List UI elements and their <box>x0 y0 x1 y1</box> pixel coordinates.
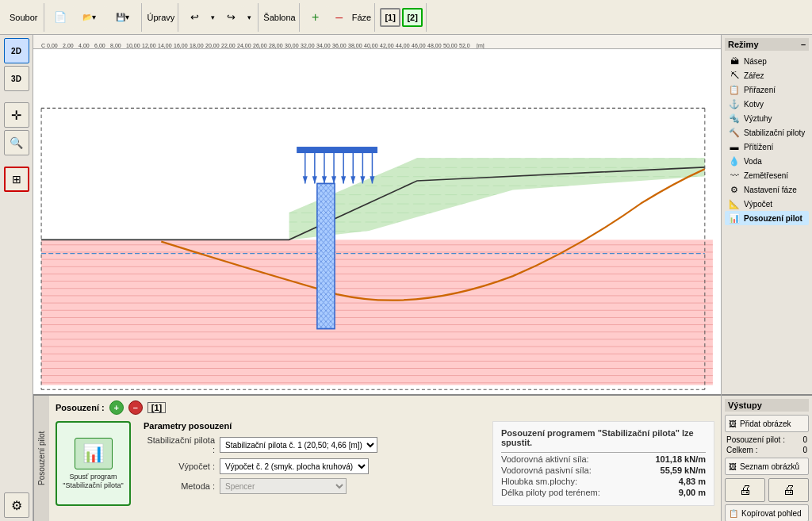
nastaveni-faze-label: Nastavení fáze <box>744 186 797 194</box>
posouzeni-pilot-label: Posouzení pilot <box>744 214 802 223</box>
right-panel: Režimy – 🏔 Násep ⛏ Zářez 📋 Přiřazení ⚓ K… <box>721 35 812 521</box>
seznam-obrazku-button[interactable]: 🖼 Seznam obrázků <box>725 458 809 475</box>
info-row-3: Délka piloty pod terénem: 9,00 m <box>501 488 706 497</box>
info-area: Posouzení programem "Stabilizační pilota… <box>492 421 714 506</box>
stab-pilota-label: Stabilizační pilota : <box>144 435 215 454</box>
add-image-label: Přidat obrázek <box>740 419 791 428</box>
rezim-zemertreseni[interactable]: 〰 Zemětřesení <box>725 168 809 182</box>
rezim-voda[interactable]: 💧 Voda <box>725 154 809 168</box>
rezim-kotvy[interactable]: ⚓ Kotvy <box>725 97 809 111</box>
sablona-label: Šablona <box>263 13 295 22</box>
kopirovat-icon: 📋 <box>729 509 738 518</box>
run-icon: 📊 <box>75 438 113 469</box>
vypocet-icon: 📐 <box>728 198 741 209</box>
posouzeni-pilot-count-val: 0 <box>802 435 807 444</box>
voda-label: Voda <box>744 157 762 166</box>
phase-group: [1] [2] <box>377 3 427 32</box>
vztuhy-icon: 🔩 <box>728 113 741 124</box>
nasep-label: Násep <box>744 57 767 66</box>
left-toolbar: 2D 3D ✛ 🔍 ⊞ ⚙ <box>0 35 33 521</box>
stab-pilota-select[interactable]: Stabilizační pilota č. 1 (20,50; 4,66 [m… <box>220 437 377 453</box>
seznam-obrazku-icon: 🖼 <box>729 462 737 471</box>
print2-button[interactable]: 🖨 <box>768 478 809 502</box>
rezim-nasep[interactable]: 🏔 Násep <box>725 54 809 68</box>
metoda-label: Metoda : <box>144 481 215 491</box>
view-2d-button[interactable]: 2D <box>4 38 29 63</box>
menu-soubor[interactable]: Soubor <box>6 13 40 22</box>
settings-button[interactable]: ⚙ <box>4 492 29 518</box>
phase2-button[interactable]: [2] <box>402 8 423 27</box>
redo-dropdown[interactable]: ▾ <box>243 6 255 29</box>
kopirovat-pohled-button[interactable]: 📋 Kopírovat pohled <box>725 504 809 521</box>
pritizeni-icon: ▬ <box>728 141 741 152</box>
prirazeni-label: Přiřazení <box>744 86 776 94</box>
posouzeni-pilot-icon: 📊 <box>728 213 741 224</box>
info-title: Posouzení programem "Stabilizační pilota… <box>501 428 706 447</box>
rezim-pritizeni[interactable]: ▬ Přítížení <box>725 140 809 154</box>
open-button[interactable]: 📂▾ <box>73 6 105 29</box>
kotvy-icon: ⚓ <box>728 98 741 109</box>
posouzeni-pilot-count-label: Posouzení pilot : <box>726 435 785 444</box>
vypocet-label: Výpočet <box>744 200 772 209</box>
undo-dropdown[interactable]: ▾ <box>207 6 218 29</box>
faze-remove-button[interactable]: – <box>328 6 350 29</box>
print-button[interactable]: 🖨 <box>725 478 765 502</box>
posouzeni-pilot-tab[interactable]: Posouzení pilot <box>33 396 49 521</box>
vztuhy-label: Výztuhy <box>744 114 772 123</box>
phase-select-button[interactable]: [1] <box>147 402 166 413</box>
rezim-zarez[interactable]: ⛏ Zářez <box>725 68 809 82</box>
edit-group: Úpravy <box>144 3 178 32</box>
rezim-prirazeni[interactable]: 📋 Přiřazení <box>725 82 809 97</box>
add-posouzeni-button[interactable]: + <box>109 400 124 415</box>
new-button[interactable]: 📄 <box>49 6 71 29</box>
select-button[interactable]: ⊞ <box>4 167 29 192</box>
kopirovat-label: Kopírovat pohled <box>741 509 802 518</box>
nastaveni-faze-icon: ⚙ <box>728 184 741 195</box>
sablona-group: Šablona <box>260 3 299 32</box>
main-toolbar: Soubor 📄 📂▾ 💾▾ Úpravy ↩ ▾ ↪ ▾ Šablona + … <box>0 0 812 35</box>
faze-add-button[interactable]: + <box>304 6 327 29</box>
rezim-nastaveni-faze[interactable]: ⚙ Nastavení fáze <box>725 182 809 197</box>
prirazeni-icon: 📋 <box>728 84 741 95</box>
canvas-area[interactable] <box>33 49 721 394</box>
redo-button[interactable]: ↪ <box>220 6 242 29</box>
rezimy-title: Režimy – <box>725 38 809 51</box>
undo-button[interactable]: ↩ <box>183 6 205 29</box>
params-title: Parametry posouzení <box>144 421 480 431</box>
zarez-icon: ⛏ <box>728 70 741 81</box>
phase1-button[interactable]: [1] <box>380 8 400 27</box>
nasep-icon: 🏔 <box>728 56 741 67</box>
pritizeni-label: Přítížení <box>744 143 773 151</box>
rezim-posouzeni-pilot[interactable]: 📊 Posouzení pilot <box>725 211 809 225</box>
faze-group: + – Fáze <box>301 3 375 32</box>
print-area: 🖨 🖨 <box>725 478 809 502</box>
metoda-select: Spencer <box>220 478 347 494</box>
bottom-forms: 📊 Spusť program "Stabilizační pilota" Pa… <box>56 421 714 506</box>
upravy-label: Úpravy <box>147 13 174 22</box>
rezimy-collapse-button[interactable]: – <box>801 40 806 49</box>
rezim-vypocet[interactable]: 📐 Výpočet <box>725 197 809 211</box>
view-3d-button[interactable]: 3D <box>4 66 29 91</box>
right-panel-top: Režimy – 🏔 Násep ⛏ Zářez 📋 Přiřazení ⚓ K… <box>722 35 812 394</box>
bottom-panel: Posouzení pilot Posouzení : + – [1] 📊 <box>33 394 721 521</box>
voda-icon: 💧 <box>728 155 741 167</box>
save-button[interactable]: 💾▾ <box>106 6 138 29</box>
info-row-2: Hloubka sm.plochy: 4,83 m <box>501 477 706 486</box>
remove-posouzeni-button[interactable]: – <box>128 400 143 415</box>
rezim-stab-piloty[interactable]: 🔨 Stabilizační piloty <box>725 125 809 140</box>
stab-pilota-row: Stabilizační pilota : Stabilizační pilot… <box>144 435 480 454</box>
faze-label: Fáze <box>352 13 371 22</box>
vypocet-label: Výpočet : <box>144 462 215 471</box>
metoda-row: Metoda : Spencer <box>144 478 480 494</box>
file-buttons: 📄 📂▾ 💾▾ <box>46 3 142 32</box>
add-image-button[interactable]: 🖼 Přidat obrázek <box>725 415 809 432</box>
rezim-vztuhy[interactable]: 🔩 Výztuhy <box>725 111 809 125</box>
celkem-val: 0 <box>802 446 807 454</box>
zoom-button[interactable]: 🔍 <box>4 130 29 155</box>
vypocet-select[interactable]: Výpočet č. 2 (smyk. plocha kruhová) <box>220 458 369 474</box>
kotvy-label: Kotvy <box>744 100 764 109</box>
move-button[interactable]: ✛ <box>4 102 29 128</box>
ruler-marks: 0,00 2,00 4,00 6,00 8,00 10,00 12,00 14,… <box>47 43 485 48</box>
svg-rect-12 <box>297 147 377 153</box>
run-program-button[interactable]: 📊 Spusť program "Stabilizační pilota" <box>56 421 131 506</box>
